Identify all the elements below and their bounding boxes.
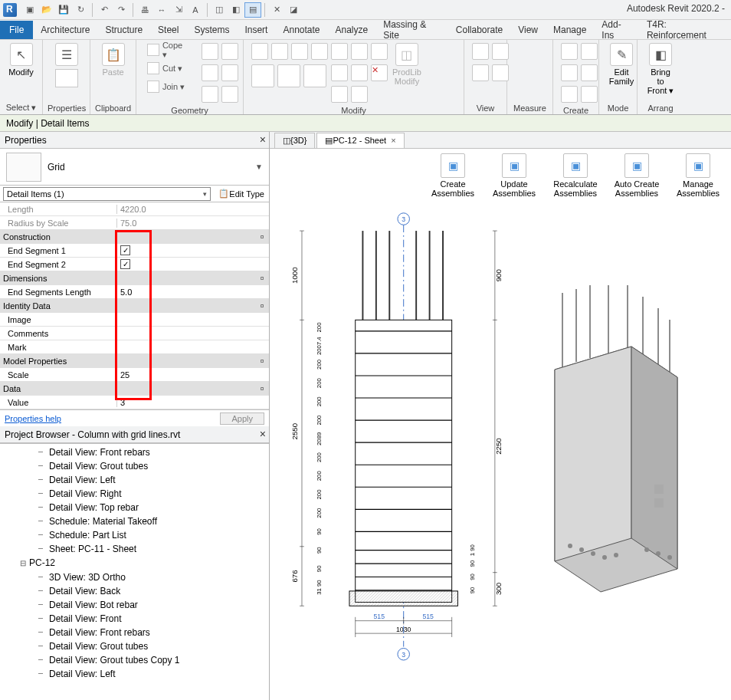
trim-icon[interactable] <box>331 43 348 60</box>
browser-item[interactable]: Detail View: Grout tubes <box>31 459 269 473</box>
menu-manage[interactable]: Manage <box>546 21 594 39</box>
create-icon[interactable] <box>561 86 578 103</box>
property-row[interactable]: Comments <box>0 327 269 340</box>
geom-icon[interactable] <box>202 86 218 103</box>
menu-annotate[interactable]: Annotate <box>275 21 327 39</box>
properties-title-bar[interactable]: Properties× <box>0 132 269 149</box>
instance-filter-combo[interactable]: Detail Items (1) <box>3 187 211 201</box>
properties-button[interactable]: ☰ <box>49 41 84 67</box>
property-row[interactable]: Mark <box>0 340 269 354</box>
move-icon[interactable] <box>311 43 328 60</box>
qat-undo-icon[interactable]: ↶ <box>96 2 113 18</box>
create-icon[interactable] <box>561 43 578 60</box>
menu-insert[interactable]: Insert <box>237 21 275 39</box>
join-button[interactable]: Join ▾ <box>144 78 192 95</box>
edit-type-button[interactable]: 📋 Edit Type <box>214 189 269 199</box>
qat-switch-icon[interactable]: ◪ <box>285 2 302 18</box>
file-menu[interactable]: File <box>0 21 33 39</box>
qat-sync-icon[interactable]: ↻ <box>72 2 89 18</box>
project-browser-title[interactable]: Project Browser - Column with grid lines… <box>0 426 269 443</box>
qat-close-hidden-icon[interactable]: ✕ <box>268 2 285 18</box>
view-icon[interactable] <box>492 43 509 60</box>
geom-icon[interactable] <box>202 64 218 81</box>
close-tab-icon[interactable]: × <box>391 136 395 145</box>
browser-item[interactable]: Detail View: Left <box>31 473 269 487</box>
browser-item[interactable]: Detail View: Right <box>31 487 269 501</box>
property-row[interactable]: Image <box>0 313 269 327</box>
pin-icon[interactable] <box>351 64 368 81</box>
type-selector[interactable]: Grid ▼ <box>0 149 269 186</box>
cope-button[interactable]: Cope ▾ <box>144 41 192 58</box>
array-icon[interactable] <box>371 43 388 60</box>
tab-3d[interactable]: ◫ {3D} <box>274 133 315 148</box>
qat-open-icon[interactable]: ▣ <box>21 2 38 18</box>
browser-item[interactable]: Detail View: Left <box>31 667 269 681</box>
assembly-button[interactable]: ▣Auto CreateAssemblies <box>610 153 664 198</box>
type-properties-icon[interactable] <box>55 69 78 87</box>
prodlib-modify-button[interactable]: ◫ProdLib Modify <box>388 41 426 87</box>
qat-text-icon[interactable]: A <box>187 2 204 18</box>
qat-print-icon[interactable]: 🖶 <box>136 2 153 18</box>
qat-3d-icon[interactable]: ◫ <box>211 2 228 18</box>
qat-save-icon[interactable]: 💾 <box>55 2 72 18</box>
qat-section-icon[interactable]: ◧ <box>228 2 244 18</box>
delete-icon[interactable]: ✕ <box>371 64 388 81</box>
geom-icon[interactable] <box>221 43 238 60</box>
menu-analyze[interactable]: Analyze <box>328 21 376 39</box>
split-icon[interactable] <box>351 43 368 60</box>
property-row[interactable]: End Segment 2✓ <box>0 258 269 271</box>
qat-measure-icon[interactable]: ↔ <box>153 2 170 18</box>
close-icon[interactable]: × <box>260 133 266 146</box>
properties-help-link[interactable]: Properties help <box>5 414 61 423</box>
scale-icon[interactable] <box>331 64 348 81</box>
mirror-icon[interactable] <box>291 43 308 60</box>
menu-systems[interactable]: Systems <box>186 21 237 39</box>
geom-icon[interactable] <box>221 86 238 103</box>
browser-item[interactable]: Detail View: Bot rebar <box>31 598 269 612</box>
browser-item[interactable]: Schedule: Part List <box>31 528 269 542</box>
property-row[interactable]: Value3 <box>0 396 269 409</box>
assembly-button[interactable]: ▣CreateAssemblies <box>426 153 480 198</box>
menu-architecture[interactable]: Architecture <box>33 21 97 39</box>
browser-item[interactable]: Detail View: Grout tubes Copy 1 <box>31 653 269 667</box>
qat-redo-icon[interactable]: ↷ <box>113 2 129 18</box>
menu-view[interactable]: View <box>510 21 546 39</box>
view-icon[interactable] <box>492 64 509 81</box>
browser-item[interactable]: Detail View: Front rebars <box>31 626 269 639</box>
browser-item[interactable]: Detail View: Front <box>31 612 269 626</box>
align-icon[interactable] <box>251 43 268 60</box>
menu-structure[interactable]: Structure <box>97 21 150 39</box>
close-icon[interactable]: × <box>260 428 266 440</box>
demolish-icon[interactable] <box>351 86 368 103</box>
geom-icon[interactable] <box>221 64 238 81</box>
qat-dim-icon[interactable]: ⇲ <box>170 2 187 18</box>
select-dropdown[interactable]: Select ▾ <box>5 101 38 114</box>
checkbox-icon[interactable]: ✓ <box>120 245 130 255</box>
create-icon[interactable] <box>581 64 598 81</box>
property-row[interactable]: End Segment 1✓ <box>0 244 269 258</box>
copy-big-icon[interactable] <box>277 64 300 87</box>
create-icon[interactable] <box>581 43 598 60</box>
browser-item[interactable]: 3D View: 3D Ortho <box>31 570 269 584</box>
offset-icon[interactable] <box>271 43 288 60</box>
tab-pc12-sheet[interactable]: ▤ PC-12 - Sheet × <box>316 133 404 148</box>
browser-item[interactable]: Schedule: Material Takeoff <box>31 514 269 528</box>
rotate-big-icon[interactable] <box>303 64 326 87</box>
move-big-icon[interactable] <box>251 64 274 87</box>
drawing-canvas[interactable]: ◫ {3D} ▤ PC-12 - Sheet × ▣CreateAssembli… <box>270 132 731 700</box>
cut-button[interactable]: Cut ▾ <box>144 60 192 77</box>
assembly-button[interactable]: ▣RecalculateAssemblies <box>549 153 602 198</box>
modify-tool-button[interactable]: ↖Modify <box>4 41 39 78</box>
edit-family-button[interactable]: ✎Edit Family <box>604 41 639 87</box>
property-row[interactable]: Radius by Scale75.0 <box>0 216 269 230</box>
browser-item[interactable]: Detail View: Back <box>31 584 269 598</box>
checkbox-icon[interactable]: ✓ <box>120 259 130 269</box>
apply-button[interactable]: Apply <box>220 412 264 425</box>
qat-thin-lines-icon[interactable]: ▤ <box>244 2 261 18</box>
browser-item[interactable]: Sheet: PC-11 - Sheet <box>31 542 269 556</box>
property-row[interactable]: End Segments Length5.0 <box>0 285 269 299</box>
view-icon[interactable] <box>472 64 489 81</box>
menu-steel[interactable]: Steel <box>150 21 186 39</box>
assembly-button[interactable]: ▣UpdateAssemblies <box>487 153 541 198</box>
property-row[interactable]: Length4220.0 <box>0 202 269 216</box>
